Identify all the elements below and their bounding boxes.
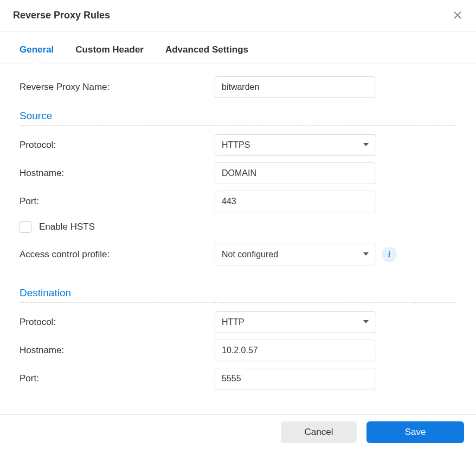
row-dest-hostname: Hostname: <box>20 336 456 365</box>
access-profile-select[interactable]: Not configured <box>215 244 376 265</box>
info-icon[interactable]: i <box>382 247 397 262</box>
dialog-header: Reverse Proxy Rules <box>0 0 476 31</box>
close-icon[interactable] <box>453 11 463 21</box>
dest-port-input[interactable] <box>215 368 376 389</box>
label-dest-protocol: Protocol: <box>20 317 215 328</box>
row-dest-protocol: Protocol: HTTP <box>20 308 456 336</box>
dialog-footer: Cancel Save <box>0 414 476 449</box>
row-source-protocol: Protocol: HTTPS <box>20 131 456 159</box>
chevron-down-icon <box>363 317 369 327</box>
dest-protocol-value: HTTP <box>222 317 245 327</box>
label-dest-port: Port: <box>20 373 215 384</box>
section-destination-title: Destination <box>20 278 456 303</box>
save-button[interactable]: Save <box>366 421 464 443</box>
source-protocol-select[interactable]: HTTPS <box>215 134 376 156</box>
label-source-hostname: Hostname: <box>20 168 215 179</box>
chevron-down-icon <box>363 250 369 259</box>
svg-marker-2 <box>363 143 369 146</box>
label-proxy-name: Reverse Proxy Name: <box>20 82 215 93</box>
dest-hostname-input[interactable] <box>215 340 376 361</box>
proxy-name-input[interactable] <box>215 76 376 98</box>
dest-protocol-select[interactable]: HTTP <box>215 311 376 333</box>
label-source-port: Port: <box>20 196 215 207</box>
source-hostname-input[interactable] <box>215 162 376 184</box>
source-port-input[interactable] <box>215 191 376 212</box>
row-access-profile: Access control profile: Not configured i <box>20 240 456 269</box>
cancel-button[interactable]: Cancel <box>281 421 357 443</box>
row-source-port: Port: <box>20 187 456 216</box>
label-access-profile: Access control profile: <box>20 249 215 260</box>
hsts-checkbox[interactable] <box>20 221 31 233</box>
row-proxy-name: Reverse Proxy Name: <box>20 73 456 101</box>
svg-marker-4 <box>363 320 369 323</box>
tabs: General Custom Header Advanced Settings <box>0 31 476 63</box>
form-body: Reverse Proxy Name: Source Protocol: HTT… <box>0 63 476 393</box>
tab-general[interactable]: General <box>20 44 54 63</box>
section-source-title: Source <box>20 101 456 126</box>
row-hsts: Enable HSTS <box>20 216 456 240</box>
dialog-title: Reverse Proxy Rules <box>13 10 110 21</box>
label-dest-hostname: Hostname: <box>20 345 215 356</box>
source-protocol-value: HTTPS <box>222 140 250 150</box>
row-source-hostname: Hostname: <box>20 159 456 187</box>
tab-custom-header[interactable]: Custom Header <box>75 44 144 63</box>
chevron-down-icon <box>363 140 369 150</box>
tab-advanced-settings[interactable]: Advanced Settings <box>165 44 248 63</box>
row-dest-port: Port: <box>20 365 456 393</box>
access-profile-value: Not configured <box>222 250 278 259</box>
label-source-protocol: Protocol: <box>20 140 215 151</box>
svg-marker-3 <box>363 252 369 256</box>
label-hsts: Enable HSTS <box>39 222 95 232</box>
